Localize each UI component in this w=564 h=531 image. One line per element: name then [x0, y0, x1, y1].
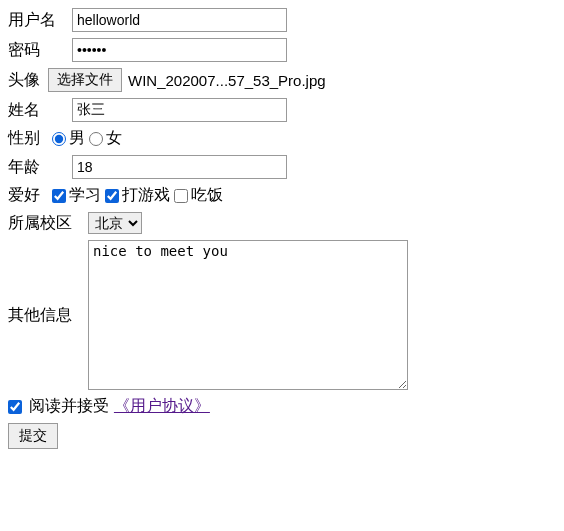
- agreement-row: 阅读并接受 《用户协议》: [8, 396, 556, 417]
- other-row: 其他信息: [8, 240, 556, 390]
- campus-row: 所属校区 北京: [8, 212, 556, 234]
- username-label: 用户名: [8, 10, 72, 31]
- hobby-study-label: 学习: [69, 185, 101, 206]
- gender-label: 性别: [8, 128, 48, 149]
- username-row: 用户名: [8, 8, 556, 32]
- name-row: 姓名: [8, 98, 556, 122]
- password-label: 密码: [8, 40, 72, 61]
- hobby-game-label: 打游戏: [122, 185, 170, 206]
- submit-button[interactable]: 提交: [8, 423, 58, 449]
- age-label: 年龄: [8, 157, 72, 178]
- gender-female-radio[interactable]: [89, 132, 103, 146]
- agreement-checkbox[interactable]: [8, 400, 22, 414]
- hobby-study-checkbox[interactable]: [52, 189, 66, 203]
- other-label: 其他信息: [8, 305, 88, 326]
- hobby-eat-label: 吃饭: [191, 185, 223, 206]
- age-row: 年龄: [8, 155, 556, 179]
- age-input[interactable]: [72, 155, 287, 179]
- campus-select[interactable]: 北京: [88, 212, 142, 234]
- avatar-label: 头像: [8, 70, 48, 91]
- choose-file-button[interactable]: 选择文件: [48, 68, 122, 92]
- name-input[interactable]: [72, 98, 287, 122]
- hobby-label: 爱好: [8, 185, 48, 206]
- hobby-row: 爱好 学习 打游戏 吃饭: [8, 185, 556, 206]
- gender-female-label: 女: [106, 128, 122, 149]
- other-textarea[interactable]: [88, 240, 408, 390]
- name-label: 姓名: [8, 100, 72, 121]
- gender-row: 性别 男 女: [8, 128, 556, 149]
- agreement-prefix: 阅读并接受: [29, 396, 109, 417]
- avatar-row: 头像 选择文件 WIN_202007...57_53_Pro.jpg: [8, 68, 556, 92]
- username-input[interactable]: [72, 8, 287, 32]
- gender-male-label: 男: [69, 128, 85, 149]
- agreement-link[interactable]: 《用户协议》: [114, 396, 210, 417]
- avatar-filename: WIN_202007...57_53_Pro.jpg: [128, 72, 326, 89]
- hobby-game-checkbox[interactable]: [105, 189, 119, 203]
- submit-row: 提交: [8, 423, 556, 449]
- gender-male-radio[interactable]: [52, 132, 66, 146]
- hobby-eat-checkbox[interactable]: [174, 189, 188, 203]
- password-input[interactable]: [72, 38, 287, 62]
- password-row: 密码: [8, 38, 556, 62]
- campus-label: 所属校区: [8, 213, 88, 234]
